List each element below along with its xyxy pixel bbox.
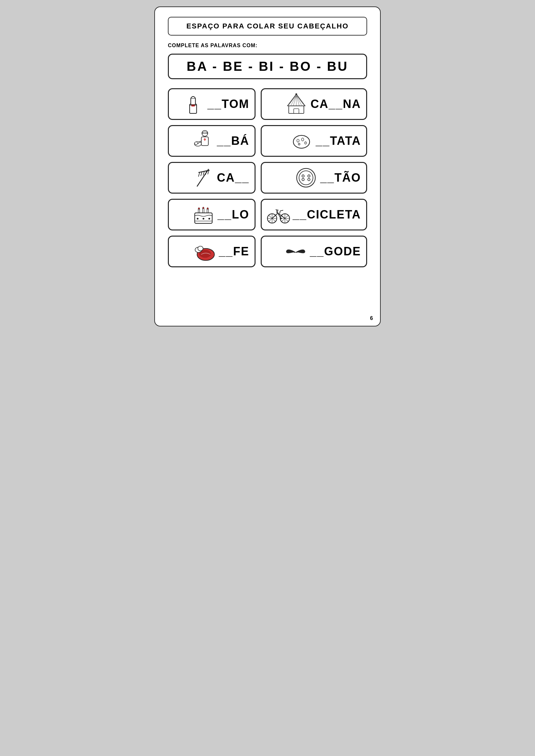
svg-point-39 [308,178,310,181]
word-card-bicicleta: __CICLETA [261,199,367,230]
word-card-baba: __BÁ [168,125,256,157]
word-text-bolo: __LO [218,208,249,221]
svg-line-30 [201,172,202,176]
steak-icon [193,240,216,263]
word-text-bicicleta: __CICLETA [293,208,361,221]
word-card-bolo: __LO [168,199,256,230]
svg-point-35 [299,171,313,185]
svg-line-29 [198,173,200,177]
svg-point-37 [308,175,310,177]
svg-rect-2 [191,105,195,106]
svg-line-61 [280,210,283,211]
svg-rect-1 [191,98,195,105]
word-card-cabana: CA__NA [261,88,367,120]
nurse-icon [191,129,214,152]
bicycle-icon [267,203,290,226]
svg-point-14 [295,94,297,95]
lipstick-icon [182,93,205,116]
svg-point-43 [198,207,200,209]
word-text-baba: __BÁ [217,134,249,148]
svg-point-22 [294,135,310,148]
header-title: ESPAÇO PARA COLAR SEU CABEÇALHO [175,22,360,30]
word-text-batom: __TOM [207,97,249,111]
word-card-batom: __TOM [168,88,256,120]
word-card-batata: __TATA [261,125,367,157]
svg-point-45 [207,207,208,209]
header-box: ESPAÇO PARA COLAR SEU CABEÇALHO [168,17,367,36]
svg-point-21 [194,142,197,145]
rake-icon [191,166,214,189]
word-text-bigode: __GODE [310,245,361,258]
svg-rect-13 [294,109,299,113]
svg-point-69 [198,246,203,251]
word-card-botao: __TÃO [261,162,367,194]
svg-point-38 [302,178,304,181]
svg-line-64 [276,210,277,213]
button-icon [294,166,318,189]
hut-icon [285,93,308,116]
word-text-botao: __TÃO [320,171,361,185]
svg-point-65 [280,218,281,219]
svg-point-23 [297,139,299,142]
word-card-caca: CA__ [168,162,256,194]
word-text-caca: CA__ [217,171,249,185]
svg-point-25 [305,142,306,144]
word-text-cabana: CA__NA [311,97,361,111]
word-card-bigode: __GODE [261,236,367,267]
svg-point-47 [197,218,198,220]
svg-line-31 [203,171,204,176]
syllable-box: BA - BE - BI - BO - BU [168,54,367,79]
syllables-text: BA - BE - BI - BO - BU [187,59,348,73]
potato-icon [290,129,313,152]
page-number: 6 [370,315,373,321]
subtitle-text: COMPLETE AS PALAVRAS COM: [168,43,367,48]
svg-point-44 [203,207,204,209]
word-card-bife: __FE [168,236,256,267]
svg-point-36 [302,175,304,177]
word-text-batata: __TATA [316,134,361,148]
word-text-bife: __FE [219,245,249,258]
worksheet-page: ESPAÇO PARA COLAR SEU CABEÇALHO COMPLETE… [154,7,381,326]
cake-icon [192,203,215,226]
svg-point-48 [203,218,204,220]
svg-point-49 [208,218,210,220]
svg-line-62 [279,211,280,214]
words-grid: __TOM [168,88,367,267]
mustache-icon [284,240,307,263]
svg-point-24 [301,138,304,141]
svg-point-26 [298,143,300,145]
